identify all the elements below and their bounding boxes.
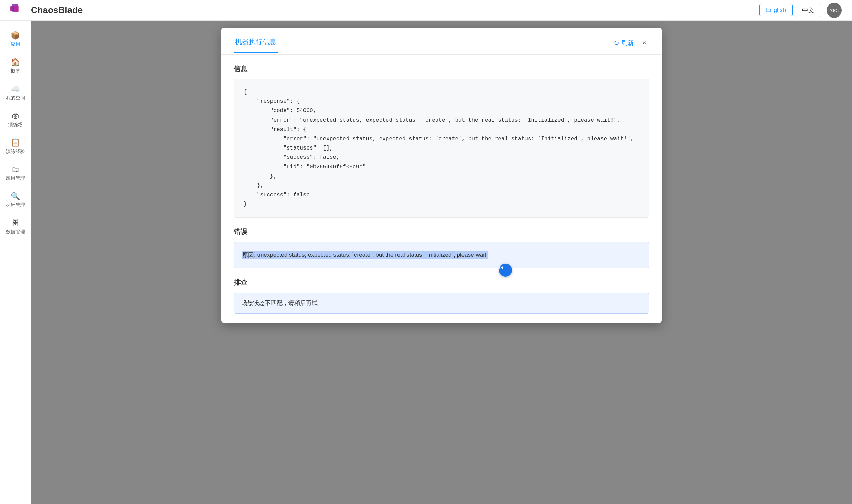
data-mgmt-icon: 🗄: [12, 219, 19, 228]
logo-icon: [10, 4, 27, 17]
sidebar-item-label-app: 应用: [11, 41, 20, 47]
sidebar-item-label-my-space: 我的空间: [6, 95, 25, 101]
modal-dialog: 机器执行信息 ↻ 刷新 × 信息 { "response": { "code":…: [221, 28, 662, 323]
refresh-label: 刷新: [621, 39, 634, 47]
sidebar-item-label-data-mgmt: 数据管理: [6, 229, 25, 235]
json-content-block: { "response": { "code": 54000, "error": …: [234, 79, 649, 218]
overlay-backdrop[interactable]: 机器执行信息 ↻ 刷新 × 信息 { "response": { "code":…: [31, 21, 852, 504]
error-text: 原因: unexpected status, expected status: …: [242, 251, 488, 259]
modal-header: 机器执行信息 ↻ 刷新 ×: [221, 28, 662, 55]
sidebar-item-app-mgmt[interactable]: 🗂 应用管理: [2, 162, 29, 185]
close-button[interactable]: ×: [639, 37, 649, 49]
sidebar-item-label-probe-mgmt: 探针管理: [6, 202, 25, 208]
sidebar-item-label-drill-exp: 演练经验: [6, 149, 25, 155]
probe-mgmt-icon: 🔍: [11, 192, 20, 201]
refresh-button[interactable]: ↻ 刷新: [611, 37, 637, 48]
error-content-box: 原因: unexpected status, expected status: …: [234, 242, 649, 268]
modal-header-right: ↻ 刷新 ×: [611, 37, 649, 54]
troubleshoot-section-title: 排查: [234, 278, 649, 287]
sidebar-item-drill-exp[interactable]: 📋 演练经验: [2, 135, 29, 158]
troubleshoot-text: 场景状态不匹配，请稍后再试: [242, 300, 318, 306]
main-area: 机器执行信息 ↻ 刷新 × 信息 { "response": { "code":…: [31, 21, 852, 504]
translate-icon: G: [499, 264, 503, 270]
topbar: ChaosBlade English 中文 root: [0, 0, 852, 21]
logo-area: ChaosBlade: [10, 4, 83, 17]
sidebar-item-drill-field[interactable]: 🏟 演练场: [2, 108, 29, 131]
error-section-title: 错误: [234, 227, 649, 237]
modal-body: 信息 { "response": { "code": 54000, "error…: [221, 55, 662, 323]
sidebar-item-label-overview: 概览: [11, 68, 20, 74]
sidebar-item-data-mgmt[interactable]: 🗄 数据管理: [2, 215, 29, 239]
my-space-icon: ☁️: [11, 85, 20, 94]
lang-chinese-btn[interactable]: 中文: [796, 4, 821, 17]
sidebar-item-label-app-mgmt: 应用管理: [6, 175, 25, 182]
sidebar-item-label-drill-field: 演练场: [8, 122, 23, 128]
topbar-right: English 中文 root: [759, 3, 842, 18]
refresh-icon: ↻: [614, 39, 619, 47]
app-name: ChaosBlade: [31, 5, 83, 15]
troubleshoot-content-box: 场景状态不匹配，请稍后再试: [234, 293, 649, 314]
translate-bubble: G: [499, 264, 512, 277]
drill-exp-icon: 📋: [11, 138, 20, 147]
sidebar-item-overview[interactable]: 🏠 概览: [2, 54, 29, 78]
lang-english-btn[interactable]: English: [759, 4, 793, 16]
info-section-title: 信息: [234, 64, 649, 74]
tab-machine-execution[interactable]: 机器执行信息: [234, 37, 278, 53]
sidebar-item-my-space[interactable]: ☁️ 我的空间: [2, 81, 29, 105]
sidebar-item-app[interactable]: 📦 应用: [2, 28, 29, 51]
sidebar: 📦 应用 🏠 概览 ☁️ 我的空间 🏟 演练场 📋 演练经验 🗂 应用管理 🔍 …: [0, 21, 31, 504]
modal-tabs: 机器执行信息: [234, 37, 286, 53]
user-avatar[interactable]: root: [827, 3, 842, 18]
app-mgmt-icon: 🗂: [12, 165, 19, 174]
drill-field-icon: 🏟: [12, 111, 19, 120]
sidebar-item-probe-mgmt[interactable]: 🔍 探针管理: [2, 188, 29, 212]
overview-icon: 🏠: [11, 58, 20, 67]
svg-rect-2: [14, 5, 19, 12]
app-icon: 📦: [11, 31, 20, 40]
